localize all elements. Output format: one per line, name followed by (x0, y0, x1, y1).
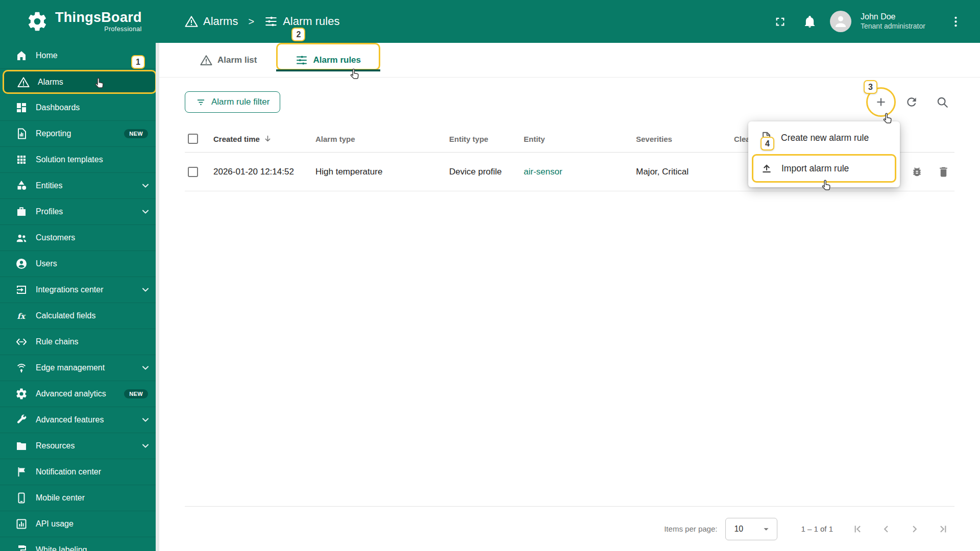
breadcrumb-separator: > (248, 16, 254, 28)
add-button[interactable]: 3 (869, 90, 893, 114)
sidebar-item-solution-templates[interactable]: Solution templates (0, 147, 159, 173)
items-per-page-select[interactable]: 10 (725, 518, 777, 540)
callout-badge-2: 2 (291, 28, 305, 41)
main-content: Alarm listAlarm rules2 Alarm rule filter… (159, 43, 980, 551)
sidebar-item-integrations-center[interactable]: Integrations center (0, 277, 159, 303)
notifications-button[interactable] (798, 10, 821, 33)
sidebar-item-white-labeling[interactable]: White labeling (0, 537, 159, 551)
sidebar-item-advanced-analytics[interactable]: Advanced analyticsNEW (0, 381, 159, 407)
table-empty-space (185, 191, 954, 506)
breadcrumb-alarms[interactable]: Alarms (185, 15, 238, 28)
warning-icon (200, 54, 212, 66)
last-page-icon (937, 522, 950, 536)
sidebar-item-customers[interactable]: Customers (0, 225, 159, 251)
sidebar-item-label: Alarms (38, 78, 149, 87)
person-icon (833, 14, 848, 29)
entity-link[interactable]: air-sensor (524, 167, 562, 177)
breadcrumb-alarms-label: Alarms (203, 15, 238, 28)
header-checkbox-cell[interactable] (185, 134, 213, 144)
first-page-button[interactable] (846, 518, 869, 540)
menu-item-label: Import alarm rule (781, 163, 849, 174)
user-avatar[interactable] (830, 11, 851, 32)
tab-alarm-rules[interactable]: Alarm rules2 (276, 43, 380, 77)
bug-icon (911, 165, 923, 178)
sidebar-item-label: Solution templates (36, 155, 151, 164)
breadcrumb-alarm-rules: Alarm rules (264, 15, 339, 28)
column-header-entity[interactable]: Entity (524, 135, 636, 143)
fullscreen-button[interactable] (769, 10, 791, 33)
warning-icon (17, 76, 30, 88)
delete-button[interactable] (932, 161, 954, 183)
sidebar-item-entities[interactable]: Entities (0, 173, 159, 199)
search-icon (936, 95, 949, 109)
sidebar-item-alarms[interactable]: Alarms1 (3, 70, 157, 94)
apps-icon (15, 154, 28, 166)
chevron-right-icon (908, 522, 921, 536)
test-rule-button[interactable] (905, 161, 928, 183)
sidebar-item-advanced-features[interactable]: Advanced features (0, 407, 159, 433)
search-button[interactable] (930, 90, 954, 114)
sidebar-item-label: Calculated fields (36, 311, 151, 320)
caret-down-icon (761, 523, 772, 535)
sidebar-item-label: Rule chains (36, 337, 151, 346)
column-header-created_time[interactable]: Created time (213, 134, 315, 144)
sidebar-scrollbar[interactable] (156, 43, 159, 551)
column-header-severities[interactable]: Severities (636, 135, 734, 143)
select-all-checkbox[interactable] (188, 134, 198, 144)
ethernet-icon (15, 336, 28, 348)
table-toolbar: Alarm rule filter 3 (185, 90, 954, 114)
sidebar-item-label: Users (36, 259, 151, 268)
sidebar-item-users[interactable]: Users (0, 251, 159, 277)
sort-desc-icon (263, 134, 273, 144)
people-icon (15, 232, 28, 244)
column-header-entity_type[interactable]: Entity type (449, 135, 524, 143)
user-info[interactable]: John Doe Tenant administrator (861, 12, 937, 31)
upload-icon (760, 162, 773, 175)
sidebar-item-resources[interactable]: Resources (0, 433, 159, 459)
more-menu-button[interactable] (944, 10, 967, 33)
dashboard-icon (15, 102, 28, 114)
chevron-down-icon (140, 284, 151, 295)
sidebar-item-mobile-center[interactable]: Mobile center (0, 485, 159, 511)
sidebar-item-label: White labeling (36, 545, 151, 551)
last-page-button[interactable] (932, 518, 954, 540)
sidebar-item-reporting[interactable]: ReportingNEW (0, 121, 159, 147)
brand-logo[interactable]: ThingsBoard Professional (0, 10, 159, 32)
sidebar-item-notification-center[interactable]: Notification center (0, 459, 159, 485)
sidebar-item-dashboards[interactable]: Dashboards (0, 95, 159, 121)
row-checkbox[interactable] (188, 167, 198, 177)
flag-icon (15, 466, 28, 478)
next-page-button[interactable] (903, 518, 926, 540)
bell-icon (803, 15, 817, 29)
items-per-page-value: 10 (734, 524, 743, 534)
sidebar-item-label: Dashboards (36, 103, 151, 112)
menu-item-import-alarm-rule[interactable]: Import alarm rule (752, 154, 896, 183)
tab-bar: Alarm listAlarm rules2 (159, 43, 980, 78)
sidebar-item-calculated-fields[interactable]: fxCalculated fields (0, 303, 159, 329)
sidebar-item-label: API usage (36, 519, 151, 529)
fx-icon: fx (15, 310, 28, 322)
alarm-rule-filter-button[interactable]: Alarm rule filter (185, 91, 280, 113)
breadcrumb-alarm-rules-label: Alarm rules (283, 15, 339, 28)
briefcase-icon (15, 206, 28, 218)
sidebar-item-label: Reporting (36, 129, 116, 138)
tab-alarm-list[interactable]: Alarm list (181, 43, 276, 77)
previous-page-button[interactable] (875, 518, 897, 540)
sidebar-item-label: Mobile center (36, 493, 151, 503)
cell-severities: Major, Critical (636, 167, 734, 177)
brand-name: ThingsBoard (55, 10, 142, 24)
refresh-button[interactable] (899, 90, 924, 114)
header-actions: John Doe Tenant administrator (769, 10, 980, 33)
first-page-icon (851, 522, 864, 536)
trash-icon (937, 165, 950, 178)
filter-button-label: Alarm rule filter (211, 97, 270, 107)
sidebar-item-api-usage[interactable]: API usage (0, 511, 159, 537)
folder-icon (15, 440, 28, 452)
cell-entity: air-sensor (524, 167, 636, 177)
sidebar-item-rule-chains[interactable]: Rule chains (0, 329, 159, 355)
sidebar-item-edge-management[interactable]: Edge management (0, 355, 159, 381)
chevron-left-icon (879, 522, 893, 536)
sidebar-item-profiles[interactable]: Profiles (0, 199, 159, 225)
refresh-icon (905, 95, 918, 109)
column-header-alarm_type[interactable]: Alarm type (315, 135, 449, 143)
